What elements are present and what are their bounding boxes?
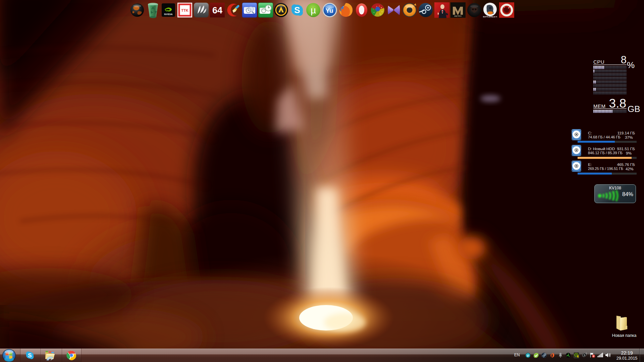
svg-text:µ: µ — [311, 5, 316, 15]
svg-text:Yu: Yu — [325, 7, 333, 14]
svg-text:METRO: METRO — [454, 15, 462, 17]
svg-text:64: 64 — [212, 5, 222, 15]
svg-text:%: % — [627, 60, 635, 70]
svg-text:S: S — [28, 352, 32, 359]
svg-text:BATTLEFIELD 4: BATTLEFIELD 4 — [483, 16, 497, 18]
svg-text:CPU: CPU — [593, 59, 604, 65]
svg-text:GB: GB — [628, 104, 640, 114]
svg-text:TTK: TTK — [181, 8, 188, 12]
svg-text:3.8: 3.8 — [609, 97, 626, 110]
svg-text:S: S — [294, 5, 300, 15]
svg-text:8: 8 — [621, 54, 627, 66]
svg-text:MEM: MEM — [593, 103, 606, 109]
svg-text:e: e — [527, 353, 529, 357]
svg-text:NVIDIA: NVIDIA — [164, 13, 173, 16]
